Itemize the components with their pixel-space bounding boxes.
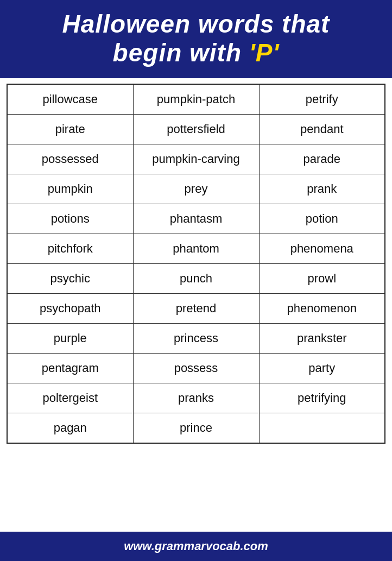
table-cell: possess xyxy=(133,353,259,383)
table-cell: prankster xyxy=(259,323,385,353)
table-cell: petrifying xyxy=(259,383,385,413)
table-cell: phenomenon xyxy=(259,293,385,323)
table-cell: pillowcase xyxy=(7,84,133,115)
table-cell: prey xyxy=(133,174,259,204)
table-cell: pumpkin xyxy=(7,174,133,204)
table-cell: potion xyxy=(259,204,385,234)
table-cell: pranks xyxy=(133,383,259,413)
table-cell: punch xyxy=(133,263,259,293)
table-cell: prowl xyxy=(259,263,385,293)
table-row: pillowcasepumpkin-patchpetrify xyxy=(7,84,385,115)
table-cell: pottersfield xyxy=(133,114,259,144)
table-cell: prince xyxy=(133,413,259,443)
table-cell: pagan xyxy=(7,413,133,443)
table-cell: psychic xyxy=(7,263,133,293)
table-cell: possessed xyxy=(7,144,133,174)
table-row: pitchforkphantomphenomena xyxy=(7,234,385,263)
table-cell: pumpkin-patch xyxy=(133,84,259,115)
table-cell: petrify xyxy=(259,84,385,115)
table-row: pentagrampossessparty xyxy=(7,353,385,383)
table-row: pumpkinpreyprank xyxy=(7,174,385,204)
table-row: poltergeistprankspetrifying xyxy=(7,383,385,413)
table-row: potionsphantasmpotion xyxy=(7,204,385,234)
table-row: psychicpunchprowl xyxy=(7,263,385,293)
table-cell: prank xyxy=(259,174,385,204)
page-title: Halloween words thatbegin with 'P' xyxy=(13,10,379,67)
footer-url: www.grammarvocab.com xyxy=(5,539,387,553)
table-cell: pentagram xyxy=(7,353,133,383)
table-cell: phantasm xyxy=(133,204,259,234)
table-cell: princess xyxy=(133,323,259,353)
title-highlight: 'P' xyxy=(249,39,280,67)
table-row: piratepottersfieldpendant xyxy=(7,114,385,144)
table-row: psychopathpretendphenomenon xyxy=(7,293,385,323)
title-line1: Halloween words thatbegin with 'P' xyxy=(62,10,330,67)
page-footer: www.grammarvocab.com xyxy=(0,532,392,561)
table-cell: purple xyxy=(7,323,133,353)
table-cell: pendant xyxy=(259,114,385,144)
table-cell: phantom xyxy=(133,234,259,263)
table-cell: pitchfork xyxy=(7,234,133,263)
table-cell: psychopath xyxy=(7,293,133,323)
table-cell: poltergeist xyxy=(7,383,133,413)
table-row: purpleprincessprankster xyxy=(7,323,385,353)
table-row: possessedpumpkin-carvingparade xyxy=(7,144,385,174)
table-cell: party xyxy=(259,353,385,383)
page-header: Halloween words thatbegin with 'P' xyxy=(0,0,392,78)
table-cell: phenomena xyxy=(259,234,385,263)
table-cell: pretend xyxy=(133,293,259,323)
table-section: pillowcasepumpkin-patchpetrifypiratepott… xyxy=(0,78,392,532)
table-cell: pumpkin-carving xyxy=(133,144,259,174)
table-cell: potions xyxy=(7,204,133,234)
table-cell xyxy=(259,413,385,443)
table-row: paganprince xyxy=(7,413,385,443)
words-table: pillowcasepumpkin-patchpetrifypiratepott… xyxy=(7,84,385,444)
table-cell: pirate xyxy=(7,114,133,144)
table-cell: parade xyxy=(259,144,385,174)
